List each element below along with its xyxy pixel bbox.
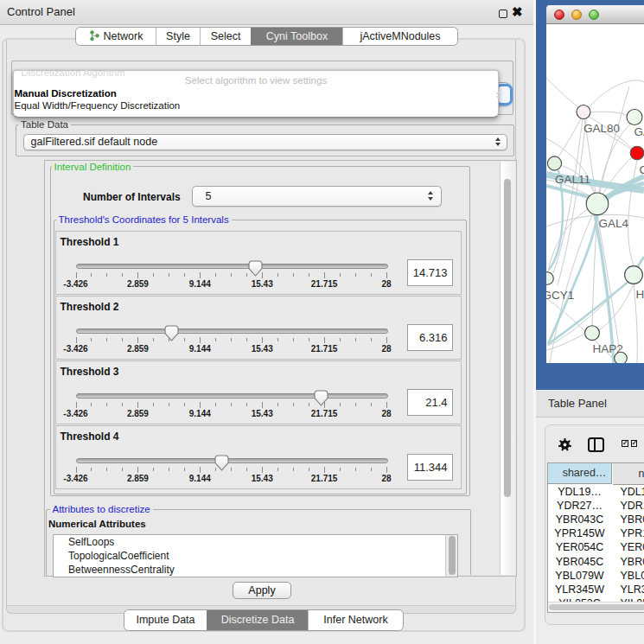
svg-text:H: H — [636, 288, 644, 301]
svg-text:GCY1: GCY1 — [546, 289, 574, 302]
svg-text:HAP2: HAP2 — [593, 342, 623, 355]
svg-text:GAL80: GAL80 — [583, 122, 620, 135]
svg-text:GAL11: GAL11 — [555, 173, 590, 186]
svg-text:GAL4: GAL4 — [599, 217, 629, 230]
svg-text:GA: GA — [634, 125, 644, 138]
svg-text:C: C — [640, 163, 644, 176]
